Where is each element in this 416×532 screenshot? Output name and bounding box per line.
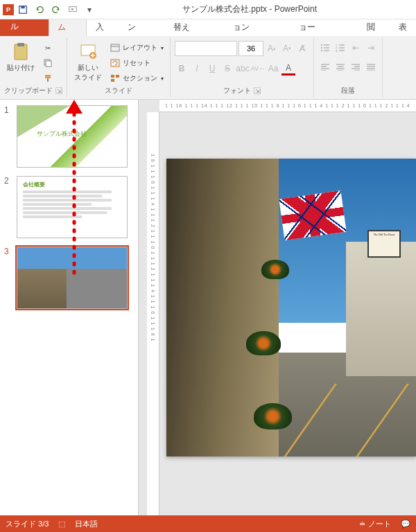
- font-color-button[interactable]: A: [281, 62, 295, 76]
- change-case-button[interactable]: Aa: [266, 62, 280, 76]
- svg-rect-15: [116, 75, 119, 78]
- brush-icon: [42, 73, 53, 84]
- format-painter-button[interactable]: [40, 71, 55, 85]
- workspace: 1 サンプル株式会社 2 会社概要 3 1 1 16 1 1 1 14 1 1 …: [0, 100, 416, 515]
- svg-rect-14: [111, 75, 114, 78]
- scissors-icon: ✂: [42, 42, 53, 53]
- svg-rect-4: [17, 43, 24, 46]
- svg-text:3: 3: [336, 49, 338, 52]
- window-title: サンプル株式会社.pptx - PowerPoint: [182, 3, 317, 15]
- shop-sign: The Old Tea House: [367, 230, 401, 258]
- thumbnail-3[interactable]: 3: [4, 247, 134, 309]
- underline-button[interactable]: U: [205, 62, 219, 76]
- clear-formatting-icon[interactable]: A̸: [295, 42, 309, 55]
- current-slide[interactable]: The Old Tea House: [166, 159, 416, 456]
- font-family-select[interactable]: [175, 41, 237, 56]
- thumb-number: 1: [4, 105, 12, 168]
- new-slide-button[interactable]: 新しい スライド: [71, 41, 105, 84]
- clipboard-dialog-launcher[interactable]: ⇲: [55, 87, 62, 94]
- thumbnail-1[interactable]: 1 サンプル株式会社: [4, 105, 134, 168]
- font-group-label: フォント: [223, 86, 251, 96]
- numbering-button[interactable]: 123: [333, 41, 347, 55]
- union-jack-flag: [279, 190, 346, 240]
- hanging-basket: [261, 260, 289, 279]
- svg-point-21: [321, 50, 322, 51]
- font-size-select[interactable]: [239, 41, 263, 56]
- slide-indicator[interactable]: スライド 3/3: [6, 519, 49, 529]
- save-icon[interactable]: [15, 2, 31, 17]
- hanging-basket: [246, 331, 281, 355]
- cut-button[interactable]: ✂: [40, 41, 55, 55]
- group-clipboard: 貼り付け ✂ クリップボード⇲: [0, 38, 67, 97]
- thumb-preview: サンプル株式会社: [17, 105, 128, 168]
- copy-icon: [42, 57, 53, 69]
- increase-font-icon[interactable]: A▴: [265, 42, 279, 55]
- shadow-button[interactable]: abc: [236, 62, 250, 76]
- chevron-down-icon: ▾: [161, 76, 164, 82]
- section-button[interactable]: セクション▾: [107, 71, 166, 85]
- language-indicator[interactable]: 日本語: [75, 519, 98, 529]
- reset-button[interactable]: リセット: [107, 56, 166, 70]
- horizontal-ruler: 1 1 16 1 1 1 14 1 1 1 12 1 1 1 10 1 1 1 …: [159, 100, 416, 112]
- svg-rect-8: [47, 78, 49, 82]
- layout-button[interactable]: レイアウト▾: [107, 41, 166, 55]
- ribbon-tabs: ファイル ホーム 挿入 デザイン 画面切り替え アニメーション スライド ショー…: [0, 19, 416, 36]
- slide-editor[interactable]: 1 1 16 1 1 1 14 1 1 1 12 1 1 1 10 1 1 1 …: [139, 100, 416, 515]
- strike-button[interactable]: S: [220, 62, 234, 76]
- justify-button[interactable]: [364, 60, 378, 74]
- status-bar: スライド 3/3 ⬚ 日本語 ≐ ノート 💬: [0, 515, 416, 532]
- copy-button[interactable]: [40, 56, 55, 70]
- slide-thumbnails-panel[interactable]: 1 サンプル株式会社 2 会社概要 3: [0, 100, 139, 515]
- group-paragraph: 123 ⇤ ⇥ 段落: [314, 38, 383, 97]
- hanging-basket: [254, 403, 292, 429]
- reset-icon: [110, 57, 121, 69]
- font-dialog-launcher[interactable]: ⇲: [254, 87, 261, 94]
- bold-button[interactable]: B: [175, 62, 189, 76]
- spellcheck-icon[interactable]: ⬚: [58, 520, 65, 529]
- thumb-number: 3: [4, 247, 12, 309]
- thumbnail-2[interactable]: 2 会社概要: [4, 176, 134, 238]
- group-font: A▴ A▾ A̸ B I U S abc AV↔ Aa A フォント⇲: [171, 38, 314, 97]
- redo-icon[interactable]: [49, 2, 64, 17]
- thumb-preview: 会社概要: [17, 176, 128, 238]
- group-slides: 新しい スライド レイアウト▾ リセット セクション▾ スライド: [67, 38, 171, 97]
- clipboard-group-label: クリップボード: [4, 86, 53, 96]
- ribbon: 貼り付け ✂ クリップボード⇲ 新しい スライド レイアウト▾ リセット セクシ…: [0, 36, 416, 100]
- svg-rect-11: [111, 44, 119, 51]
- comments-icon[interactable]: 💬: [401, 520, 410, 529]
- layout-icon: [110, 42, 121, 53]
- start-from-beginning-icon[interactable]: [65, 2, 80, 17]
- new-slide-icon: [78, 42, 98, 62]
- paste-label: 貼り付け: [7, 63, 35, 73]
- align-left-button[interactable]: [318, 60, 332, 74]
- decrease-font-icon[interactable]: A▾: [280, 42, 294, 55]
- notes-button[interactable]: ≐ ノート: [359, 519, 391, 529]
- undo-icon[interactable]: [32, 2, 47, 17]
- increase-indent-button[interactable]: ⇥: [364, 41, 378, 55]
- svg-rect-7: [45, 75, 51, 78]
- svg-rect-6: [46, 61, 51, 66]
- svg-point-19: [321, 47, 322, 48]
- align-right-button[interactable]: [349, 60, 363, 74]
- new-slide-label: 新しい スライド: [74, 63, 102, 82]
- svg-point-17: [321, 44, 322, 46]
- title-bar: P ▾ サンプル株式会社.pptx - PowerPoint: [0, 0, 416, 19]
- align-center-button[interactable]: [333, 60, 347, 74]
- app-icon: P: [3, 4, 14, 15]
- clipboard-icon: [11, 42, 31, 62]
- section-icon: [110, 73, 121, 84]
- vertical-ruler: 1 8 1 1 1 6 1 1 1 4 1 1 1 2 1 1 1 0 1 1 …: [147, 112, 159, 515]
- decrease-indent-button[interactable]: ⇤: [349, 41, 363, 55]
- italic-button[interactable]: I: [190, 62, 204, 76]
- tab-view[interactable]: 表: [390, 19, 416, 36]
- paste-button[interactable]: 貼り付け: [4, 41, 37, 74]
- svg-rect-1: [21, 6, 24, 8]
- chevron-down-icon: ▾: [161, 45, 164, 51]
- char-spacing-button[interactable]: AV↔: [251, 62, 265, 76]
- slide-image: The Old Tea House: [166, 159, 416, 456]
- qat-dropdown-icon[interactable]: ▾: [82, 2, 97, 17]
- thumb-number: 2: [4, 176, 12, 238]
- bullets-button[interactable]: [318, 41, 332, 55]
- paragraph-group-label: 段落: [341, 86, 355, 96]
- quick-access-toolbar: P ▾: [0, 2, 100, 17]
